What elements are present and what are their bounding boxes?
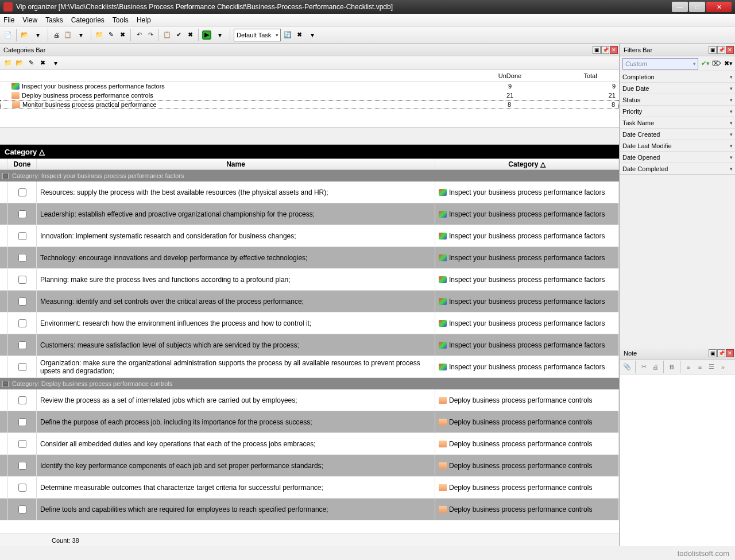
done-checkbox[interactable] (18, 363, 26, 371)
table-row[interactable]: Environment: research how the environmen… (0, 312, 619, 334)
table-row[interactable]: Technology: encourage innovations and de… (0, 247, 619, 269)
close-button[interactable]: ✕ (706, 2, 732, 12)
filter-completion[interactable]: Completion (620, 71, 735, 83)
filter-date-last-modifie[interactable]: Date Last Modifie (620, 140, 735, 152)
group-by-label[interactable]: Category △ (0, 145, 619, 159)
table-row[interactable]: Determine measurable outcomes that chara… (0, 477, 619, 499)
delete-category-icon[interactable]: ✖ (38, 59, 47, 68)
table-row[interactable]: Planning: make sure the process lives an… (0, 269, 619, 291)
table-row[interactable]: Leadership: establish effective and proa… (0, 203, 619, 225)
list-icon[interactable]: ☰ (707, 362, 716, 372)
dropdown-icon[interactable]: ▾ (306, 29, 319, 41)
pin-icon[interactable]: 📌 (717, 349, 725, 357)
pin-icon[interactable]: 📌 (717, 46, 725, 54)
done-checkbox[interactable] (18, 505, 26, 513)
done-checkbox[interactable] (18, 188, 26, 196)
done-checkbox[interactable] (18, 232, 26, 240)
edit-category-icon[interactable]: ✎ (26, 59, 36, 68)
restore-icon[interactable]: ▣ (593, 46, 601, 54)
print-icon[interactable]: 🖨 (52, 30, 61, 40)
grid-body[interactable]: −Category: Inspect your business process… (0, 170, 619, 534)
menu-help[interactable]: Help (137, 16, 151, 24)
more-icon[interactable]: » (718, 362, 728, 372)
column-total[interactable]: Total (562, 72, 619, 79)
new-icon[interactable]: 📄 (3, 30, 13, 40)
done-checkbox[interactable] (18, 341, 26, 349)
refresh-icon[interactable]: 🔄 (283, 30, 292, 40)
table-row[interactable]: Measuring: identify and set controls ove… (0, 291, 619, 312)
filter-date-completed[interactable]: Date Completed (620, 163, 735, 175)
table-row[interactable]: Identify the key performance components … (0, 455, 619, 477)
done-checkbox[interactable] (18, 396, 26, 404)
filter-priority[interactable]: Priority (620, 106, 735, 117)
group-header[interactable]: −Category: Inspect your business process… (0, 170, 619, 181)
redo-icon[interactable]: ↷ (146, 30, 155, 40)
done-checkbox[interactable] (18, 319, 26, 327)
restore-icon[interactable]: ▣ (709, 349, 717, 357)
print-icon[interactable]: 🖨 (651, 362, 660, 372)
column-done[interactable]: Done (8, 159, 37, 169)
collapse-icon[interactable]: − (2, 173, 9, 179)
menu-view[interactable]: View (22, 16, 37, 24)
filter-due-date[interactable]: Due Date (620, 83, 735, 94)
apply-filter-icon[interactable]: ✔▾ (701, 59, 710, 68)
categories-tree[interactable]: UnDone Total Inspect your business proce… (0, 70, 619, 128)
done-checkbox[interactable] (18, 254, 26, 262)
filter-task-name[interactable]: Task Name (620, 117, 735, 129)
maximize-button[interactable]: □ (689, 2, 705, 12)
close-icon[interactable]: ✕ (726, 349, 734, 357)
clear-filter-icon[interactable]: ⌦ (712, 59, 721, 68)
done-checkbox[interactable] (18, 210, 26, 218)
pin-icon[interactable]: 📌 (601, 46, 609, 54)
cut-icon[interactable]: ✂ (639, 362, 648, 372)
done-checkbox[interactable] (18, 418, 26, 426)
table-row[interactable]: Organization: make sure the organization… (0, 356, 619, 378)
menu-file[interactable]: File (3, 16, 14, 24)
note-body[interactable] (620, 374, 735, 546)
table-row[interactable]: Consider all embedded duties and key ope… (0, 433, 619, 455)
table-row[interactable]: Define tools and capabilities which are … (0, 499, 619, 520)
run-icon[interactable]: ▶ (202, 30, 211, 40)
done-checkbox[interactable] (18, 276, 26, 284)
task-icon[interactable]: 📋 (163, 30, 172, 40)
open-icon[interactable]: 📂 (20, 30, 29, 40)
bold-icon[interactable]: B (667, 362, 676, 372)
align-left-icon[interactable]: ≡ (684, 362, 693, 372)
collapse-icon[interactable]: − (2, 381, 9, 387)
filter-preset-combo[interactable]: Custom (622, 58, 698, 69)
column-undone[interactable]: UnDone (458, 72, 562, 79)
table-row[interactable]: Customers: measure satisfaction level of… (0, 334, 619, 356)
edit-icon[interactable]: ✎ (106, 30, 115, 40)
table-row[interactable]: Review the process as a set of interrela… (0, 389, 619, 411)
remove-filter-icon[interactable]: ✖▾ (724, 59, 733, 68)
done-checkbox[interactable] (18, 440, 26, 448)
profile-combo[interactable]: Default Task (234, 29, 281, 41)
folder-icon[interactable]: 📁 (95, 30, 104, 40)
menu-tasks[interactable]: Tasks (45, 16, 63, 24)
delete-icon[interactable]: ✖ (118, 30, 127, 40)
align-center-icon[interactable]: ≡ (695, 362, 705, 372)
menu-categories[interactable]: Categories (71, 16, 105, 24)
done-checkbox[interactable] (18, 484, 26, 492)
check-icon[interactable]: ✔ (174, 30, 183, 40)
dropdown-icon[interactable]: ▾ (75, 29, 87, 41)
dropdown-icon[interactable]: ▾ (32, 29, 44, 41)
remove-icon[interactable]: ✖ (185, 30, 195, 40)
dropdown-icon[interactable]: ▾ (49, 57, 62, 69)
table-row[interactable]: Innovation: implement systematic researc… (0, 225, 619, 247)
filter-date-opened[interactable]: Date Opened (620, 152, 735, 163)
table-row[interactable]: Resources: supply the process with the b… (0, 181, 619, 203)
filter-date-created[interactable]: Date Created (620, 129, 735, 140)
done-checkbox[interactable] (18, 462, 26, 470)
table-row[interactable]: Define the purpose of each process job, … (0, 411, 619, 433)
undo-icon[interactable]: ↶ (134, 30, 144, 40)
close-icon[interactable]: ✕ (726, 46, 734, 54)
page-icon[interactable]: 📋 (63, 30, 72, 40)
subcategory-icon[interactable]: 📂 (15, 59, 24, 68)
dropdown-icon[interactable]: ▾ (214, 29, 226, 41)
minimize-button[interactable]: — (672, 2, 688, 12)
category-row[interactable]: Deploy business process performance cont… (0, 91, 619, 100)
attach-icon[interactable]: 📎 (622, 362, 632, 372)
category-row[interactable]: Monitor business process practical perfo… (0, 100, 619, 109)
column-name[interactable]: Name (37, 159, 435, 169)
